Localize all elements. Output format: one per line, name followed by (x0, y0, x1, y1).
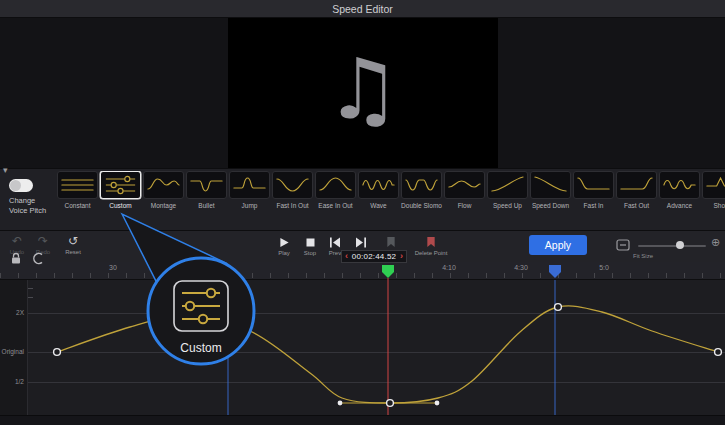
reset-icon: ↺ (68, 236, 78, 247)
preset-label: Fast In Out (276, 202, 308, 209)
preset-flow[interactable]: Flow (444, 171, 485, 229)
fit-size-slider-track[interactable] (638, 245, 706, 247)
next-icon (355, 237, 367, 248)
redo-icon: ↷ (38, 236, 48, 247)
loop-curve-button[interactable] (30, 251, 46, 265)
preset-curve-icon (272, 171, 313, 199)
play-button[interactable]: Play (272, 237, 296, 256)
preset-curve-icon (487, 171, 528, 199)
preset-label: Flow (458, 202, 472, 209)
preset-label: Shock (713, 202, 725, 209)
preset-label: Fast In (584, 202, 604, 209)
timecode-display[interactable]: ‹ 00:02:44.52 › (341, 250, 407, 263)
fit-size-icon[interactable] (616, 239, 630, 251)
preset-label: Speed Up (493, 202, 522, 209)
preview-stage: ♫ (0, 18, 725, 168)
preset-jump[interactable]: Jump (229, 171, 270, 229)
preset-bullet[interactable]: Bullet (186, 171, 227, 229)
preset-curve-icon (401, 171, 442, 199)
preset-curve-icon (186, 171, 227, 199)
preset-label: Wave (370, 202, 386, 209)
fit-size-slider-knob[interactable] (676, 241, 684, 249)
lock-icon (10, 252, 22, 265)
ruler-tick-label: 30 (109, 264, 117, 271)
preset-curve-icon (100, 171, 141, 199)
gridline (28, 313, 725, 314)
preset-curve-icon (57, 171, 98, 199)
fit-size-label: Fit Size (633, 253, 653, 259)
preset-advance[interactable]: Advance (659, 171, 700, 229)
music-note-icon: ♫ (325, 47, 400, 131)
play-icon (279, 237, 290, 248)
preset-label: Advance (667, 202, 692, 209)
preset-curve-icon (573, 171, 614, 199)
axis-mini-tick (28, 288, 33, 289)
voice-pitch-label-line1: Change (9, 196, 46, 206)
curve-y-label: 1/2 (15, 378, 24, 385)
preset-montage[interactable]: Montage (143, 171, 184, 229)
preset-curve-icon (659, 171, 700, 199)
curve-y-label: Original (2, 348, 24, 355)
preset-label: Custom (109, 202, 131, 209)
ruler-tick-label: 4:10 (442, 264, 456, 271)
preset-curve-icon (616, 171, 657, 199)
video-preview: ♫ (228, 18, 498, 168)
preset-fast_in_out[interactable]: Fast In Out (272, 171, 313, 229)
preset-label: Ease In Out (318, 202, 352, 209)
stop-icon (305, 237, 316, 248)
preset-label: Jump (242, 202, 258, 209)
window-title: Speed Editor (332, 3, 393, 15)
preset-label: Constant (64, 202, 90, 209)
preset-label: Fast Out (624, 202, 649, 209)
voice-pitch-label: Change Voice Pitch (9, 196, 46, 216)
undo-icon: ↶ (12, 236, 22, 247)
timecode-value: 00:02:44.52 (352, 252, 396, 261)
preset-label: Bullet (198, 202, 214, 209)
timecode-next-icon[interactable]: › (400, 252, 403, 261)
voice-pitch-toggle[interactable] (9, 179, 33, 192)
add-point-flag-icon (386, 237, 396, 248)
apply-button[interactable]: Apply (529, 235, 587, 255)
preset-label: Speed Down (532, 202, 569, 209)
curve-y-label: 2X (16, 309, 24, 316)
preset-label: Montage (151, 202, 176, 209)
preset-list: ConstantCustomMontageBulletJumpFast In O… (57, 171, 725, 229)
titlebar: Speed Editor (0, 0, 725, 18)
preset-label: Double Slomo (401, 202, 442, 209)
preset-double_slomo[interactable]: Double Slomo (401, 171, 442, 229)
lock-button[interactable] (8, 251, 24, 265)
preset-speed_up[interactable]: Speed Up (487, 171, 528, 229)
preset-constant[interactable]: Constant (57, 171, 98, 229)
preset-curve-icon (444, 171, 485, 199)
preset-custom[interactable]: Custom (100, 171, 141, 229)
collapse-arrow-icon[interactable]: ▾ (3, 165, 8, 175)
timecode-prev-icon[interactable]: ‹ (345, 252, 348, 261)
bottom-strip (0, 415, 725, 425)
preset-curve-icon (315, 171, 356, 199)
timeline-ruler[interactable]: 304:104:305:0 (0, 262, 725, 280)
preset-speed_down[interactable]: Speed Down (530, 171, 571, 229)
preset-shock[interactable]: Shock (702, 171, 725, 229)
curve-area[interactable] (0, 280, 725, 415)
prev-icon (329, 237, 341, 248)
gridline (28, 382, 725, 383)
toggle-knob (10, 180, 21, 191)
preset-fast_in[interactable]: Fast In (573, 171, 614, 229)
voice-pitch-label-line2: Voice Pitch (9, 206, 46, 216)
preset-wave[interactable]: Wave (358, 171, 399, 229)
reset-button[interactable]: ↺ Reset (60, 236, 86, 255)
ruler-tick-label: 5:0 (599, 264, 609, 271)
preset-fast_out[interactable]: Fast Out (616, 171, 657, 229)
curve-y-axis: 2XOriginal1/2 (0, 280, 28, 415)
stop-button[interactable]: Stop (298, 237, 322, 256)
delete-point-flag-icon (426, 237, 436, 248)
preset-curve-icon (358, 171, 399, 199)
preset-curve-icon (229, 171, 270, 199)
delete-point-button[interactable]: Delete Point (408, 237, 454, 256)
preset-curve-icon (702, 171, 725, 199)
loop-icon (32, 252, 45, 265)
zoom-in-icon[interactable]: ⊕ (711, 236, 720, 249)
preset-curve-icon (530, 171, 571, 199)
preset-ease_in_out[interactable]: Ease In Out (315, 171, 356, 229)
speed-editor-window: Speed Editor ♫ ▾ Change Voice Pitch Cons… (0, 0, 725, 425)
